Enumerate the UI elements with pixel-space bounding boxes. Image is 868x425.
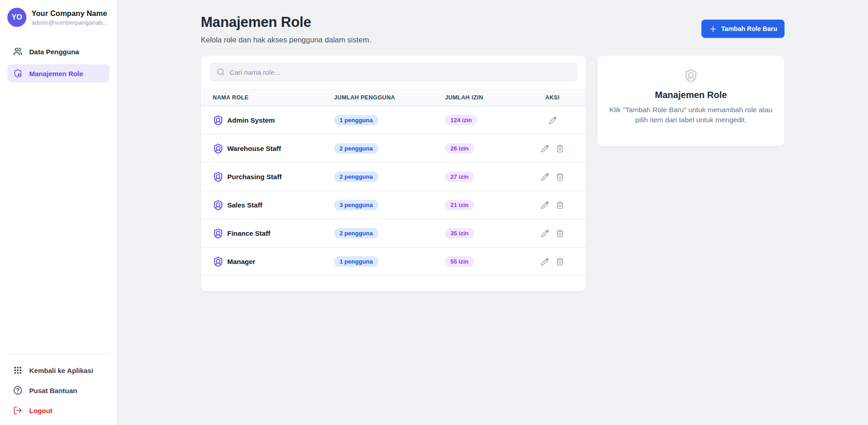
role-name: Warehouse Staff <box>227 145 281 152</box>
delete-role-button[interactable] <box>556 229 564 238</box>
sidebar-item-kembali-ke-aplikasi[interactable]: Kembali ke Aplikasi <box>7 361 110 379</box>
role-shield-icon <box>213 228 224 239</box>
edit-role-button[interactable] <box>541 173 549 181</box>
role-name: Finance Staff <box>227 229 270 237</box>
add-role-button[interactable]: Tambah Role Baru <box>701 20 784 38</box>
sidebar-item-label: Manajemen Role <box>29 70 83 78</box>
users-icon <box>13 47 22 56</box>
permissions-count-badge: 35 izin <box>445 228 474 238</box>
grid-icon <box>13 366 22 375</box>
page-title: Manajemen Role <box>201 13 371 32</box>
sidebar-item-logout[interactable]: Logout <box>7 401 110 420</box>
sidebar-item-label: Pusat Bantuan <box>29 387 77 394</box>
table-row[interactable]: Finance Staff 2 pengguna 35 izin <box>201 219 586 248</box>
users-count-badge: 2 pengguna <box>334 228 378 238</box>
role-shield-icon <box>213 143 224 154</box>
role-name: Purchasing Staff <box>227 173 282 181</box>
users-count-badge: 1 pengguna <box>334 115 378 125</box>
sidebar-item-label: Kembali ke Aplikasi <box>29 367 93 374</box>
users-count-badge: 2 pengguna <box>334 171 378 182</box>
delete-role-button[interactable] <box>556 173 564 181</box>
sidebar-item-manajemen-role[interactable]: Manajemen Role <box>7 64 110 83</box>
info-panel: Manajemen Role Klik "Tambah Role Baru" u… <box>597 56 784 146</box>
pencil-icon <box>549 116 557 124</box>
help-circle-icon <box>13 386 22 395</box>
pencil-icon <box>541 229 549 238</box>
page-header: Manajemen Role Kelola role dan hak akses… <box>201 13 784 45</box>
search-box <box>210 63 577 81</box>
sidebar-item-pusat-bantuan[interactable]: Pusat Bantuan <box>7 381 110 399</box>
trash-icon <box>556 173 564 181</box>
role-name: Admin System <box>227 116 275 124</box>
permissions-count-badge: 55 izin <box>445 256 474 267</box>
role-shield-icon <box>213 256 224 267</box>
permissions-count-badge: 21 izin <box>445 200 474 210</box>
users-count-badge: 1 pengguna <box>334 256 378 267</box>
table-row[interactable]: Purchasing Staff 2 pengguna 27 izin <box>201 163 586 191</box>
permissions-count-badge: 124 izin <box>445 115 477 125</box>
pencil-icon <box>541 145 549 153</box>
company-email: admin@sumberpanganab... <box>31 19 108 26</box>
table-header-row: NAMA ROLE JUMLAH PENGGUNA JUMLAH IZIN AK… <box>201 89 586 106</box>
column-header-nama-role: NAMA ROLE <box>201 89 334 106</box>
info-panel-title: Manajemen Role <box>608 89 774 100</box>
table-row[interactable]: Admin System 1 pengguna 124 izin <box>201 106 586 135</box>
column-header-jumlah-pengguna: JUMLAH PENGGUNA <box>334 89 445 106</box>
add-role-button-label: Tambah Role Baru <box>721 25 777 32</box>
sidebar-nav: Data Pengguna Manajemen Role <box>0 42 117 83</box>
page-subtitle: Kelola role dan hak akses pengguna dalam… <box>201 35 371 45</box>
table-row[interactable]: Warehouse Staff 2 pengguna 26 izin <box>201 135 586 163</box>
main-content: Manajemen Role Kelola role dan hak akses… <box>117 0 868 425</box>
pencil-icon <box>541 173 549 181</box>
role-table-card: NAMA ROLE JUMLAH PENGGUNA JUMLAH IZIN AK… <box>201 56 586 291</box>
permissions-count-badge: 27 izin <box>445 171 474 182</box>
trash-icon <box>556 258 564 266</box>
shield-user-icon <box>13 69 22 78</box>
info-panel-description: Klik "Tambah Role Baru" untuk menambah r… <box>608 105 774 125</box>
delete-role-button[interactable] <box>556 201 564 209</box>
role-shield-icon <box>213 115 224 126</box>
sidebar-footer: Kembali ke Aplikasi Pusat Bantuan Logout <box>7 354 110 425</box>
table-row[interactable]: Manager 1 pengguna 55 izin <box>201 248 586 276</box>
users-count-badge: 3 pengguna <box>334 200 378 210</box>
edit-role-button[interactable] <box>541 201 549 209</box>
edit-role-button[interactable] <box>541 229 549 238</box>
role-name: Sales Staff <box>227 201 262 209</box>
sidebar-item-label: Logout <box>29 407 52 415</box>
delete-role-button[interactable] <box>556 258 564 266</box>
trash-icon <box>556 145 564 153</box>
permissions-count-badge: 26 izin <box>445 143 474 154</box>
role-shield-icon <box>213 200 224 211</box>
column-header-jumlah-izin: JUMLAH IZIN <box>445 89 544 106</box>
role-table: NAMA ROLE JUMLAH PENGGUNA JUMLAH IZIN AK… <box>201 89 586 276</box>
sidebar: YO Your Company Name admin@sumberpangana… <box>0 0 117 425</box>
search-input[interactable] <box>230 68 570 76</box>
trash-icon <box>556 229 564 238</box>
trash-icon <box>556 201 564 209</box>
edit-role-button[interactable] <box>549 116 557 124</box>
table-row[interactable]: Sales Staff 3 pengguna 21 izin <box>201 191 586 219</box>
company-avatar: YO <box>7 8 26 27</box>
users-count-badge: 2 pengguna <box>334 143 378 154</box>
sidebar-item-data-pengguna[interactable]: Data Pengguna <box>7 42 110 61</box>
company-profile: YO Your Company Name admin@sumberpangana… <box>0 0 117 27</box>
search-icon <box>217 68 225 76</box>
role-name: Manager <box>227 258 256 265</box>
plus-icon <box>709 25 717 33</box>
sidebar-item-label: Data Pengguna <box>29 48 79 56</box>
edit-role-button[interactable] <box>541 258 549 266</box>
column-header-aksi: AKSI <box>544 89 586 106</box>
pencil-icon <box>541 201 549 209</box>
role-shield-icon <box>213 171 224 182</box>
company-name: Your Company Name <box>31 9 108 18</box>
pencil-icon <box>541 258 549 266</box>
edit-role-button[interactable] <box>541 145 549 153</box>
logout-icon <box>13 406 22 415</box>
shield-user-icon <box>684 68 698 83</box>
delete-role-button[interactable] <box>556 145 564 153</box>
